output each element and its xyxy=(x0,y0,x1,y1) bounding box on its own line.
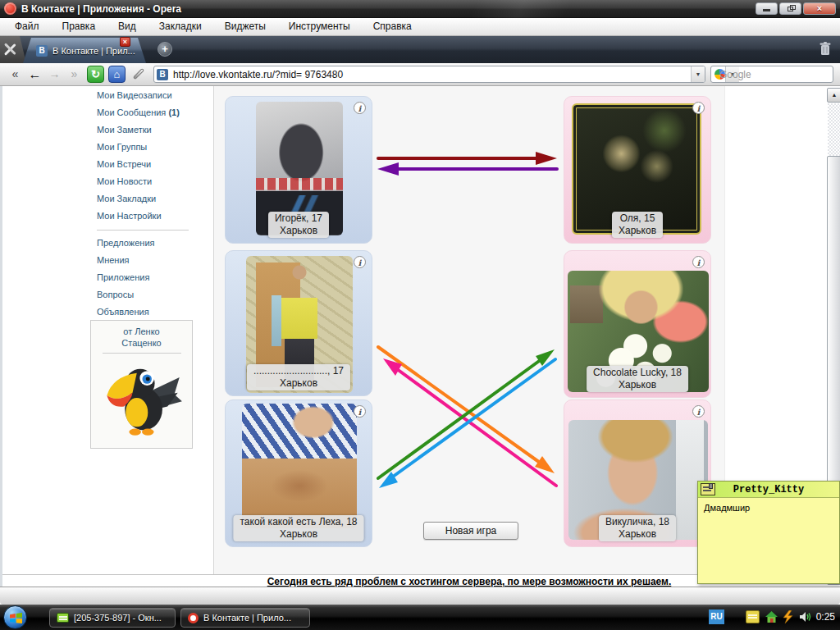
new-game-button[interactable]: Новая игра xyxy=(423,522,518,540)
sidebar-item-news[interactable]: Мои Новости xyxy=(97,173,208,190)
sidebar-item-questions[interactable]: Вопросы xyxy=(97,286,208,304)
back-button[interactable]: ← xyxy=(26,66,43,83)
menu-tools[interactable]: Инструменты xyxy=(277,18,362,35)
profile-city: Харьков xyxy=(605,528,669,541)
profile-photo[interactable] xyxy=(242,404,357,528)
popup-title: Pretty_Kitty xyxy=(698,482,839,498)
sidebar-item-notes[interactable]: Мои Заметки xyxy=(97,121,208,139)
menu-help[interactable]: Справка xyxy=(362,18,423,35)
ad-text-line1: от Ленко xyxy=(91,326,192,337)
sidebar-item-bookmarks[interactable]: Мои Закладки xyxy=(97,190,208,208)
scroll-up-button[interactable]: ▲ xyxy=(827,88,840,103)
menu-file[interactable]: Файл xyxy=(3,18,51,35)
taskbar-button-opera[interactable]: В Контакте | Прило... xyxy=(180,608,310,628)
taskbar-clock[interactable]: 0:25 xyxy=(816,605,835,630)
close-icon: × xyxy=(804,3,835,14)
tray-green-house-icon[interactable] xyxy=(765,610,778,623)
sidebar-item-groups[interactable]: Мои Группы xyxy=(97,139,208,156)
home-button[interactable]: ⌂ xyxy=(108,66,126,83)
sidebar-label: Объявления xyxy=(97,307,149,317)
close-button[interactable]: × xyxy=(803,2,836,15)
sidebar-item-offers[interactable]: Предложения xyxy=(97,235,208,252)
profile-city: Харьков xyxy=(619,225,656,237)
menu-widgets[interactable]: Виджеты xyxy=(213,18,277,35)
info-icon[interactable]: i xyxy=(354,102,366,114)
toucan-ad-image xyxy=(99,355,185,441)
reload-button[interactable]: ↻ xyxy=(87,66,104,83)
profile-name: Викуличка, 18 xyxy=(605,516,669,528)
tray-volume-icon[interactable] xyxy=(799,610,813,623)
start-button[interactable] xyxy=(3,605,27,629)
menu-bookmarks[interactable]: Закладки xyxy=(148,18,213,35)
sidebar-label: Вопросы xyxy=(97,290,134,299)
tray-messenger-icon[interactable] xyxy=(746,610,760,623)
profile-city: Харьков xyxy=(253,377,344,390)
title-bar: В Контакте | Приложения - Opera × xyxy=(0,0,840,18)
profile-label: такой какой есть Леха, 18 Харьков xyxy=(233,515,363,541)
restore-button[interactable] xyxy=(779,2,801,15)
taskbar: [205-375-897] - Окн... В Контакте | Прил… xyxy=(0,605,840,630)
tray-winamp-icon[interactable] xyxy=(782,610,796,623)
info-icon[interactable]: i xyxy=(692,405,705,418)
opera-icon xyxy=(4,2,16,15)
notification-popup[interactable]: Pretty_Kitty Дмадмшир xyxy=(697,481,840,584)
sidebar-item-opinions[interactable]: Мнения xyxy=(97,252,208,269)
ad-block[interactable]: от Ленко Стаценко xyxy=(90,320,193,449)
sidebar-label: Мои Закладки xyxy=(97,194,156,203)
vk-favicon: В xyxy=(36,45,48,57)
url-dropdown-button[interactable]: ▼ xyxy=(691,66,705,82)
info-icon[interactable]: i xyxy=(354,256,366,268)
opera-taskbar-icon xyxy=(188,613,199,623)
profile-label: Викуличка, 18 Харьков xyxy=(599,515,676,541)
panels-toggle-button[interactable] xyxy=(0,36,26,63)
closed-tabs-trash-button[interactable] xyxy=(819,41,835,57)
window-title: В Контакте | Приложения - Opera xyxy=(21,0,181,18)
note-card-icon xyxy=(701,483,715,495)
sidebar-label: Предложения xyxy=(97,238,155,248)
arrow-purple-left xyxy=(377,162,557,176)
profile-name: такой какой есть Леха, 18 xyxy=(240,516,357,528)
minimize-button[interactable] xyxy=(756,2,778,15)
system-tray: RU 0:25 xyxy=(701,605,840,630)
forward-button[interactable]: → xyxy=(46,66,63,83)
profile-name: Игорёк, 17 xyxy=(275,212,322,225)
tab-title: В Контакте | Прил... xyxy=(52,46,135,56)
wrench-icon xyxy=(3,43,16,56)
info-icon[interactable]: i xyxy=(354,405,366,418)
sidebar-item-meetings[interactable]: Мои Встречи xyxy=(97,156,208,173)
sidebar-label: Мнения xyxy=(97,255,130,265)
profile-card: i Оля, 15 Харьков xyxy=(564,96,711,244)
profile-city: Харьков xyxy=(275,225,322,237)
tab-close-button[interactable]: × xyxy=(120,37,130,47)
address-bar: « ← → » ↻ ⌂ B http://love.vkontakte.ru/?… xyxy=(0,63,840,86)
fast-forward-button[interactable]: » xyxy=(66,66,83,83)
sidebar-item-apps[interactable]: Приложения xyxy=(97,269,208,286)
language-indicator[interactable]: RU xyxy=(709,609,724,624)
sidebar-item-videos[interactable]: Мои Видеозаписи xyxy=(97,87,208,104)
profile-city: Харьков xyxy=(240,528,357,541)
trash-icon xyxy=(819,41,832,56)
url-field[interactable]: B http://love.vkontakte.ru/?mid= 9763480… xyxy=(153,66,705,83)
menu-view[interactable]: Вид xyxy=(107,18,148,35)
profile-label: Chocolate Lucky, 18 Харьков xyxy=(587,366,688,392)
menu-edit[interactable]: Правка xyxy=(51,18,107,35)
restore-icon-back xyxy=(790,5,796,10)
wand-button[interactable] xyxy=(130,66,146,83)
titlebar-gloss xyxy=(381,0,692,18)
match-game-area: i Игорёк, 17 Харьков i Оля, 15 Харьков i xyxy=(213,86,725,574)
taskbar-button-icq[interactable]: [205-375-897] - Окн... xyxy=(49,608,176,628)
info-icon[interactable]: i xyxy=(692,256,705,268)
arrow-red-right xyxy=(378,152,557,165)
sidebar-item-messages[interactable]: Мои Сообщения (1) xyxy=(97,104,208,121)
profile-card: i Викуличка, 18 Харьков xyxy=(564,399,711,547)
search-field[interactable]: Google ▼ xyxy=(710,66,833,83)
profile-label: ..........................., 17 Харьков xyxy=(247,364,350,390)
info-icon[interactable]: i xyxy=(692,102,705,114)
url-text[interactable]: http://love.vkontakte.ru/?mid= 9763480 xyxy=(173,69,691,80)
wand-icon xyxy=(133,68,144,80)
screen: В Контакте | Приложения - Opera × Файл П… xyxy=(0,0,840,630)
sidebar-item-ads[interactable]: Объявления xyxy=(97,304,208,321)
rewind-button[interactable]: « xyxy=(7,66,24,83)
sidebar-item-settings[interactable]: Мои Настройки xyxy=(97,208,208,225)
new-tab-button[interactable]: + xyxy=(158,42,172,57)
